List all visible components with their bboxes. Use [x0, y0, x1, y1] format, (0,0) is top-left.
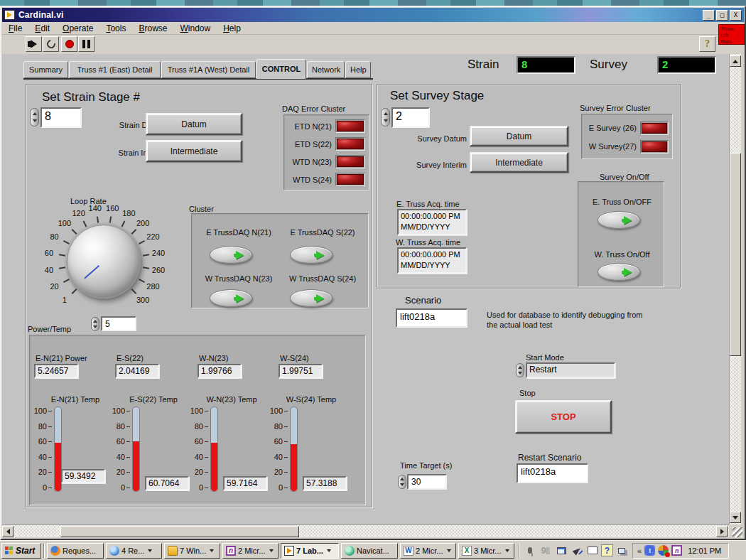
menu-tools[interactable]: Tools	[99, 23, 132, 34]
taskbar-button-excel[interactable]: X 3 Micr...	[458, 543, 514, 559]
e-trussdaq-s22-button[interactable]	[290, 246, 333, 264]
thermometer-tick-mark	[284, 472, 288, 473]
knob-tick-mark	[59, 254, 65, 256]
run-button[interactable]	[26, 36, 42, 52]
thermometer-ws24: 100806040200 57.3188	[266, 406, 342, 506]
survey-interim-label: Survey Interim	[394, 161, 467, 169]
taskbar-button-network[interactable]: 4 Re...	[106, 543, 162, 559]
close-button[interactable]: X	[730, 10, 742, 21]
strain-stage-input[interactable]: 8	[40, 107, 82, 128]
menu-browse[interactable]: Browse	[132, 23, 173, 34]
time-target-spinner[interactable]	[398, 475, 406, 489]
pause-button[interactable]	[78, 36, 94, 52]
start-mode-spinner[interactable]	[516, 363, 524, 377]
loop-rate-input[interactable]: 5	[101, 316, 136, 331]
scenario-input[interactable]: lift0218a	[396, 308, 467, 328]
thermometer-tube	[132, 406, 140, 492]
w-trussdaq-n23-button[interactable]	[210, 289, 252, 307]
stop-button[interactable]: STOP	[515, 400, 612, 434]
horizontal-scroll-thumb[interactable]	[60, 526, 299, 537]
led-frame	[335, 173, 365, 186]
speech-tool-icon[interactable]: 9||	[539, 544, 553, 558]
menu-window[interactable]: Window	[173, 23, 217, 34]
taskbar-button-windows-explorer[interactable]: 7 Win...	[164, 543, 220, 559]
strain-interim-button[interactable]: Intermediate	[146, 140, 242, 162]
thermometer-tick-label: 80	[117, 422, 125, 431]
survey-stage-input[interactable]: 2	[391, 107, 430, 128]
thermometer-fill	[211, 443, 217, 491]
thermometer-tick-mark	[126, 457, 130, 458]
knob-scale-label: 60	[45, 249, 53, 257]
pen-icon[interactable]	[570, 544, 584, 558]
start-button[interactable]: Start	[1, 543, 41, 559]
help-quick-icon[interactable]: ?	[601, 544, 613, 556]
status-app-icon[interactable]	[658, 545, 669, 556]
menu-operate[interactable]: Operate	[56, 23, 99, 34]
tab-network[interactable]: Network	[307, 61, 345, 78]
start-mode-label: Start Mode	[526, 353, 564, 362]
loop-rate-spinner[interactable]	[91, 317, 99, 331]
loop-rate-knob[interactable]: 1204060801001201401601802002202402602803…	[33, 190, 175, 333]
taskbar-button-navicat[interactable]: Navicat...	[341, 543, 398, 559]
e-trussdaq-n21-button[interactable]	[210, 246, 252, 264]
maximize-button[interactable]: □	[716, 10, 728, 21]
whiteboard-icon[interactable]	[585, 544, 600, 558]
tab-help[interactable]: Help	[345, 61, 371, 78]
menu-edit[interactable]: Edit	[28, 23, 56, 34]
green-arrow-icon	[624, 268, 632, 276]
e-truss-onoff-button[interactable]	[598, 211, 640, 229]
taskbar-button-firefox[interactable]: Reques...	[47, 543, 104, 559]
tab-summary[interactable]: Summary	[23, 61, 68, 78]
taskbar: Start Reques... 4 Re... 7 Win... n 2 Mic…	[0, 540, 746, 560]
run-continuous-button[interactable]	[43, 36, 59, 52]
taskbar-button-word[interactable]: W 2 Micr...	[400, 543, 456, 559]
menu-help[interactable]: Help	[217, 23, 247, 34]
dropdown-caret-icon	[505, 549, 509, 552]
window-stack-icon[interactable]	[615, 544, 629, 558]
messenger-alert-icon[interactable]: !	[644, 545, 655, 556]
strain-datum-button[interactable]: Datum	[146, 113, 242, 135]
thermometer-value: 59.7164	[223, 476, 267, 490]
resize-grip[interactable]	[733, 527, 742, 537]
survey-datum-button[interactable]: Datum	[470, 126, 568, 146]
minimize-button[interactable]: _	[703, 10, 715, 21]
tab-truss1a-west[interactable]: Truss #1A (West) Detail	[161, 61, 256, 78]
thermometer-tick-label: 60	[117, 437, 125, 446]
tab-control[interactable]: CONTROL	[256, 59, 306, 79]
thermometer-scale: 100806040200	[186, 406, 209, 499]
microphone-icon[interactable]	[523, 544, 537, 558]
w-truss-onoff-button[interactable]	[598, 263, 640, 281]
vertical-scrollbar[interactable]	[729, 54, 741, 524]
abort-button[interactable]	[61, 36, 77, 52]
taskbar-button-labview[interactable]: 7 Lab...	[281, 543, 339, 559]
horizontal-scrollbar[interactable]	[2, 524, 729, 537]
monitor-pen-icon[interactable]	[554, 544, 568, 558]
title-bar[interactable]: Cardinal.vi _ □ X	[2, 8, 744, 22]
tab-underline	[23, 78, 373, 80]
restart-scenario-input[interactable]: lift0218a	[517, 463, 588, 483]
survey-stage-spinner[interactable]	[381, 108, 390, 126]
tray-chevron[interactable]: «	[637, 546, 642, 555]
survey-error-row: E Survey (26)	[582, 119, 672, 137]
taskbar-button-onenote[interactable]: n 2 Micr...	[222, 543, 279, 559]
scroll-right-button[interactable]	[716, 526, 728, 537]
strain-stage-spinner[interactable]	[30, 108, 39, 126]
w-trussdaq-s24-button[interactable]	[290, 289, 333, 307]
thermometer-es22: 100806040200 60.7064	[108, 406, 185, 506]
vertical-scroll-thumb[interactable]	[730, 153, 741, 356]
onenote-tray-icon[interactable]: n	[671, 545, 682, 556]
tab-truss1-east[interactable]: Truss #1 (East) Detail	[69, 61, 161, 78]
scroll-down-button[interactable]	[730, 512, 741, 523]
thermometer-tick-mark	[126, 441, 130, 442]
context-help-button[interactable]: ?	[699, 36, 715, 52]
thermometer-tube	[290, 406, 298, 492]
power-temp-box: E-N(21) Power E-S(22) W-N(23) W-S(24) 5.…	[29, 335, 366, 505]
scroll-up-button[interactable]	[730, 55, 741, 67]
time-target-input[interactable]: 30	[407, 474, 447, 490]
scroll-left-button[interactable]	[2, 526, 13, 537]
survey-interim-button[interactable]: Intermediate	[470, 152, 568, 173]
menu-file[interactable]: File	[2, 23, 28, 34]
power-value-wn23: 1.99766	[198, 364, 242, 378]
start-mode-value[interactable]: Restart	[526, 362, 615, 378]
system-tray: « ! n 12:01 PM	[632, 543, 729, 559]
